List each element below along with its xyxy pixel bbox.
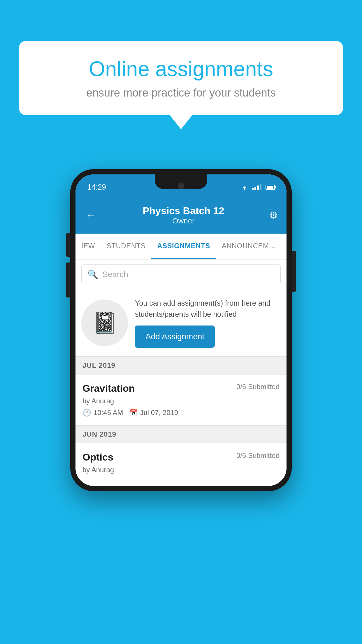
section-header-jul: JUL 2019 [75,356,287,374]
assignment-time: 🕐 10:45 AM [82,409,123,417]
assignment-name-2: Optics [82,452,113,463]
speech-bubble-container: Online assignments ensure more practice … [19,41,343,115]
tabs-bar: IEW STUDENTS ASSIGNMENTS ANNOUNCEM… [75,234,287,260]
assignment-submitted-2: 0/6 Submitted [236,452,280,460]
list-item[interactable]: Gravitation 0/6 Submitted by Anurag 🕐 10… [75,374,287,425]
phone-notch [155,174,207,189]
app-bar-title-area: Physics Batch 12 Owner [98,205,269,225]
calendar-icon: 📅 [129,409,138,417]
assignment-submitted: 0/6 Submitted [236,383,280,391]
assignment-icon-circle: 📓 [81,300,128,346]
assignment-item-header: Gravitation 0/6 Submitted [82,383,280,394]
section-header-jun: JUN 2019 [75,425,287,443]
search-container: 🔍 Search [75,260,287,289]
status-icons [240,184,275,190]
tab-iew[interactable]: IEW [75,234,101,259]
assignment-info: You can add assignment(s) from here and … [135,298,281,348]
tab-assignments[interactable]: ASSIGNMENTS [151,234,216,259]
wifi-icon [240,184,249,190]
assignment-meta: 🕐 10:45 AM 📅 Jul 07, 2019 [82,409,280,417]
assignment-author-2: by Anurag [82,466,280,474]
settings-button[interactable]: ⚙ [269,210,278,221]
assignment-date-value: Jul 07, 2019 [140,409,178,417]
phone-vol-down-button [66,262,70,298]
back-button[interactable]: ← [84,208,98,223]
status-time: 14:29 [87,183,106,192]
phone-screen: 14:29 [75,174,287,486]
battery-icon [266,185,275,190]
speech-bubble: Online assignments ensure more practice … [19,41,343,115]
search-placeholder: Search [102,270,128,279]
app-bar-title: Physics Batch 12 [98,205,269,216]
assignment-author: by Anurag [82,397,280,405]
signal-icon [252,184,261,190]
add-assignment-block: 📓 You can add assignment(s) from here an… [75,289,287,356]
assignment-name: Gravitation [82,383,135,394]
app-bar-subtitle: Owner [98,216,269,225]
tab-students[interactable]: STUDENTS [101,234,151,259]
notebook-icon: 📓 [92,311,117,335]
phone-frame: 14:29 [70,169,292,491]
add-assignment-button[interactable]: Add Assignment [135,326,215,348]
search-bar[interactable]: 🔍 Search [81,264,281,284]
app-bar: ← Physics Batch 12 Owner ⚙ [75,197,287,234]
clock-icon: 🕐 [82,409,91,417]
phone-container: 14:29 [70,169,292,491]
tab-announcements[interactable]: ANNOUNCEM… [216,234,282,259]
phone-power-button [292,251,296,292]
assignment-date: 📅 Jul 07, 2019 [129,409,178,417]
assignment-time-value: 10:45 AM [94,409,123,417]
list-item[interactable]: Optics 0/6 Submitted by Anurag [75,443,287,486]
speech-bubble-subtitle: ensure more practice for your students [39,87,323,99]
assignment-description: You can add assignment(s) from here and … [135,298,281,320]
speech-bubble-title: Online assignments [39,57,323,81]
phone-camera [178,183,184,189]
phone-vol-up-button [66,233,70,257]
assignment-item-header-2: Optics 0/6 Submitted [82,452,280,463]
svg-point-0 [244,189,245,190]
search-icon: 🔍 [87,269,98,279]
